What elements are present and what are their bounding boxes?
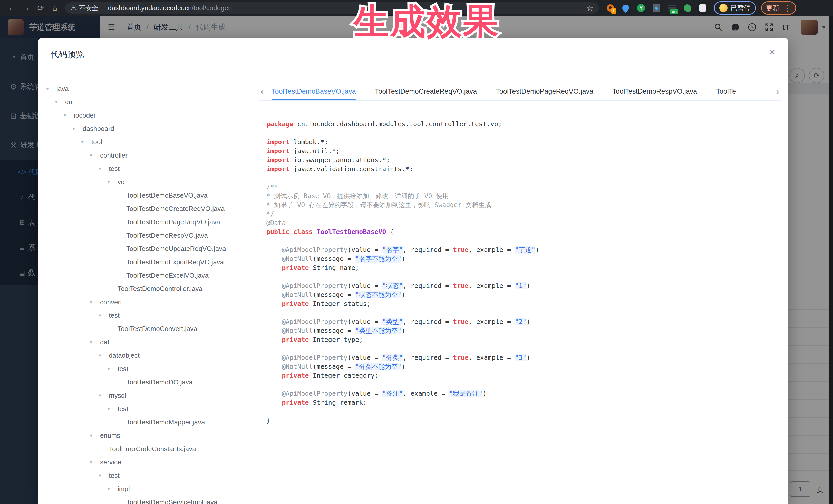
file-tab[interactable]: ToolTestDemoRespVO.java	[612, 88, 697, 95]
file-tab[interactable]: ToolTestDemoBaseVO.java	[271, 88, 356, 95]
tree-folder[interactable]: ▾test	[39, 402, 259, 415]
code-preview-dialog: 代码预览 × ▾java▾cn▾iocoder▾dashboard▾tool▾c…	[39, 39, 788, 504]
tree-folder[interactable]: ▾convert	[39, 295, 259, 309]
tree-file[interactable]: ToolTestDemoDO.java	[39, 376, 259, 389]
tree-folder[interactable]: ▾java	[39, 82, 259, 95]
code-line: @NotNull(message = "名字不能为空")	[266, 254, 781, 263]
not-secure-warning-icon: ⚠	[71, 4, 76, 11]
tree-file[interactable]: ToolTestDemoUpdateReqVO.java	[39, 242, 259, 255]
tree-folder[interactable]: ▾enums	[39, 429, 259, 442]
extension-on-icon[interactable]: on	[667, 3, 676, 13]
tree-node-label: ToolTestDemoBaseVO.java	[126, 191, 207, 199]
tree-caret-icon: ▾	[98, 166, 109, 172]
tree-folder[interactable]: ▾impl	[39, 482, 259, 496]
tree-folder[interactable]: ▾vo	[39, 175, 259, 189]
tree-folder[interactable]: ▾mysql	[39, 389, 259, 402]
annotation-fill: 生成效果	[354, 2, 499, 41]
tree-node-label: ToolTestDemoConvert.java	[118, 325, 197, 333]
bookmark-star-icon[interactable]: ☆	[587, 4, 593, 13]
browser-update-button[interactable]: 更新 ⋮	[761, 1, 796, 15]
extension-diamond-icon[interactable]: ◆	[652, 3, 661, 13]
tree-file[interactable]: ToolTestDemoPageReqVO.java	[39, 215, 259, 229]
tree-file[interactable]: ToolTestDemoController.java	[39, 282, 259, 295]
tree-folder[interactable]: ▾tool	[39, 135, 259, 149]
tree-file[interactable]: ToolTestDemoBaseVO.java	[39, 189, 259, 202]
address-bar[interactable]: ⚠ 不安全 dashboard.yudao.iocoder.cn /tool/c…	[65, 2, 599, 14]
file-tab[interactable]: ToolTe	[716, 88, 736, 95]
tree-node-label: ToolTestDemoController.java	[118, 285, 203, 293]
tabs-scroll-left-icon[interactable]: ‹	[261, 86, 264, 97]
file-tab[interactable]: ToolTestDemoPageReqVO.java	[496, 88, 593, 95]
close-icon[interactable]: ×	[769, 47, 776, 57]
reload-icon[interactable]: ⟳	[33, 4, 48, 13]
tree-folder[interactable]: ▾dataobject	[39, 349, 259, 362]
tree-folder[interactable]: ▾test	[39, 309, 259, 322]
tabs-scroll-right-icon[interactable]: ›	[776, 86, 779, 97]
extensions-puzzle-icon[interactable]	[698, 3, 707, 13]
tree-caret-icon: ▾	[107, 406, 118, 412]
extension-plant-icon[interactable]	[683, 3, 692, 13]
extension-orange-icon[interactable]: 1	[605, 3, 615, 13]
tree-file[interactable]: ToolTestDemoServiceImpl.java	[39, 496, 259, 504]
code-panel: ‹ ToolTestDemoBaseVO.javaToolTestDemoCre…	[259, 83, 781, 504]
tree-node-label: test	[109, 165, 120, 173]
tree-file[interactable]: ToolTestDemoExportReqVO.java	[39, 255, 259, 269]
code-line	[266, 173, 781, 183]
code-line: @NotNull(message = "分类不能为空")	[266, 362, 781, 371]
tree-node-label: dataobject	[109, 352, 140, 360]
tree-node-label: ToolTestDemoServiceImpl.java	[126, 498, 217, 504]
extension-pin-icon[interactable]	[621, 3, 630, 13]
extension-badge: 1	[611, 8, 616, 14]
tree-folder[interactable]: ▾test	[39, 469, 259, 482]
tree-file[interactable]: ToolTestDemoConvert.java	[39, 322, 259, 335]
tree-file[interactable]: ToolErrorCodeConstants.java	[39, 442, 259, 456]
tree-node-label: java	[56, 85, 69, 93]
tree-caret-icon: ▾	[90, 432, 100, 438]
tree-folder[interactable]: ▾test	[39, 162, 259, 175]
tree-caret-icon: ▾	[98, 473, 109, 479]
extension-icons: 1 Y ◆ on	[605, 3, 707, 13]
code-line: * 测试示例 Base VO，提供给添加、修改、详细的子 VO 使用	[266, 191, 781, 200]
browser-menu-dots-icon[interactable]: ⋮	[783, 4, 791, 13]
url-path[interactable]: /tool/codegen	[192, 4, 232, 12]
tree-file[interactable]: ToolTestDemoExcelVO.java	[39, 269, 259, 282]
tree-node-label: ToolTestDemoExportReqVO.java	[126, 258, 224, 266]
profile-paused-label: 已暂停	[731, 4, 751, 13]
code-line	[266, 128, 781, 138]
extension-on-badge: on	[670, 9, 678, 14]
tree-folder[interactable]: ▾cn	[39, 95, 259, 109]
tree-file[interactable]: ToolTestDemoMapper.java	[39, 415, 259, 429]
window-scrollbar[interactable]	[829, 16, 833, 504]
not-secure-label[interactable]: 不安全	[79, 4, 98, 12]
tree-folder[interactable]: ▾test	[39, 362, 259, 376]
tree-caret-icon: ▾	[98, 312, 109, 318]
tree-node-label: cn	[65, 98, 72, 106]
tree-node-label: test	[109, 312, 120, 319]
tree-folder[interactable]: ▾iocoder	[39, 109, 259, 122]
code-view: package cn.iocoder.dashboard.modules.too…	[259, 101, 781, 425]
tree-folder[interactable]: ▾dal	[39, 335, 259, 349]
tree-file[interactable]: ToolTestDemoCreateReqVO.java	[39, 202, 259, 215]
code-line: import javax.validation.constraints.*;	[266, 165, 781, 173]
tree-node-label: impl	[118, 485, 130, 493]
url-host[interactable]: dashboard.yudao.iocoder.cn	[108, 4, 192, 12]
home-icon[interactable]: ⌂	[48, 4, 62, 12]
file-tab[interactable]: ToolTestDemoCreateReqVO.java	[375, 88, 477, 95]
tree-folder[interactable]: ▾dashboard	[39, 122, 259, 135]
tree-caret-icon: ▾	[98, 352, 109, 359]
code-line	[266, 308, 781, 317]
back-icon[interactable]: ←	[5, 4, 19, 12]
code-line: @ApiModelProperty(value = "类型", required…	[266, 317, 781, 326]
profile-paused-chip[interactable]: 已暂停	[714, 1, 756, 15]
extension-green-y-icon[interactable]: Y	[637, 3, 646, 13]
tree-folder[interactable]: ▾service	[39, 456, 259, 469]
tree-caret-icon: ▾	[55, 99, 65, 105]
tree-caret-icon: ▾	[90, 152, 100, 158]
code-line: public class ToolTestDemoBaseVO {	[266, 227, 781, 236]
tree-caret-icon: ▾	[107, 366, 118, 372]
tree-file[interactable]: ToolTestDemoRespVO.java	[39, 229, 259, 242]
tree-node-label: ToolTestDemoPageReqVO.java	[126, 218, 220, 226]
forward-icon[interactable]: →	[19, 4, 33, 12]
tree-folder[interactable]: ▾controller	[39, 149, 259, 162]
tree-caret-icon: ▾	[107, 179, 118, 185]
